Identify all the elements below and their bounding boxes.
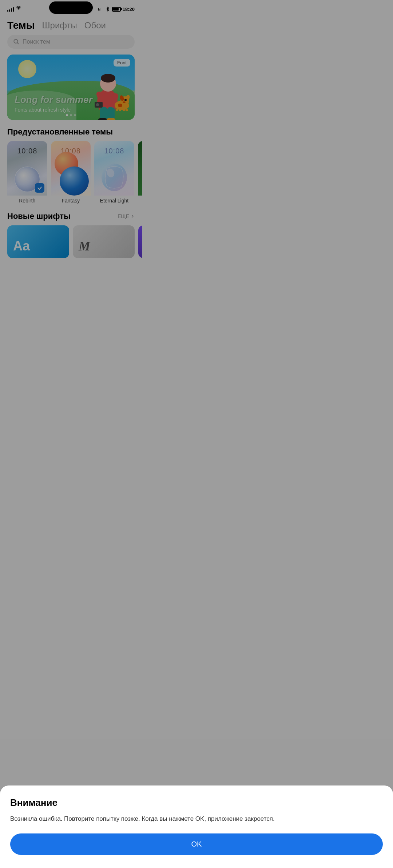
dialog-overlay: Внимание Возникла ошибка. Повторите попы… <box>0 0 142 313</box>
